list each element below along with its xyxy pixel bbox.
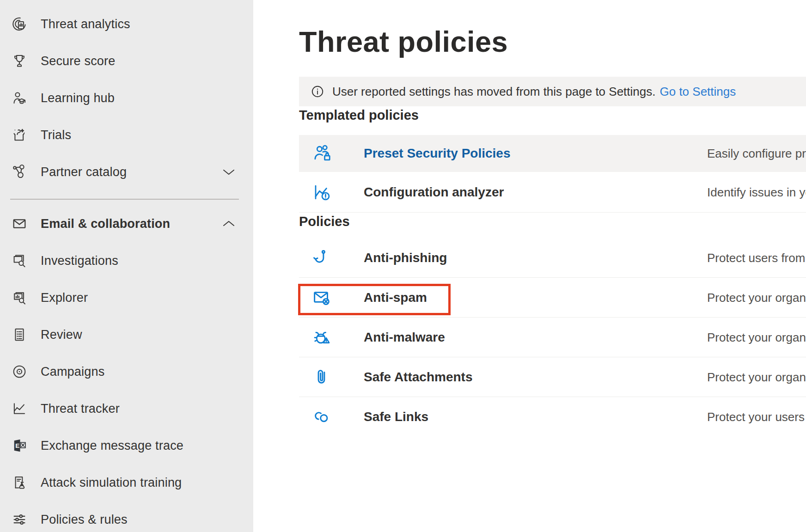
sidebar-item-label: Attack simulation training [41,476,182,490]
sidebar-item-label: Review [41,328,82,342]
sidebar-item-label: Investigations [41,254,118,268]
sidebar-item-learning-hub[interactable]: Learning hub [0,79,253,116]
templated-policies-list: Preset Security Policies Easily configur… [299,135,806,213]
chevron-up-icon [222,220,236,228]
safe-attachments-icon [311,367,332,388]
row-label: Safe Attachments [364,370,472,385]
row-description: Protect your organiz [707,290,806,305]
row-description: Easily configure prot [707,147,806,161]
anti-spam-icon [311,287,332,308]
sidebar-section-label: Email & collaboration [41,217,170,231]
configuration-analyzer-icon [311,182,332,203]
row-description: Protect users from p [707,251,806,265]
sidebar-item-label: Explorer [41,291,88,305]
trials-icon [10,126,29,144]
threat-analytics-icon [10,15,29,33]
sidebar-nav: Threat analytics Secure score [0,0,253,532]
sidebar-item-review[interactable]: Review [0,316,253,353]
row-anti-phishing[interactable]: Anti-phishing Protect users from p [299,238,806,278]
sidebar-item-campaigns[interactable]: Campaigns [0,353,253,390]
sidebar-item-exchange-message-trace[interactable]: E Exchange message trace [0,427,253,464]
learning-hub-icon [10,89,29,107]
policies-heading: Policies [299,213,806,230]
preset-security-policies-icon [311,143,332,164]
row-label: Anti-malware [364,330,445,345]
row-safe-links[interactable]: Safe Links Protect your users fr [299,397,806,437]
row-label: Preset Security Policies [364,146,511,161]
sidebar-item-label: Trials [41,128,71,142]
sidebar-item-label: Policies & rules [41,513,128,527]
policies-list: Anti-phishing Protect users from p Anti-… [299,238,806,437]
secure-score-icon [10,52,29,70]
sidebar-item-investigations[interactable]: Investigations [0,242,253,279]
campaigns-icon [10,362,29,381]
sidebar-section-email-collaboration[interactable]: Email & collaboration [0,205,253,242]
threat-tracker-icon [10,399,29,418]
row-label: Safe Links [364,410,428,424]
chevron-down-icon [222,168,236,176]
banner-text: User reported settings has moved from th… [332,85,655,99]
row-description: Protect your users fr [707,410,806,424]
templated-policies-heading: Templated policies [299,106,806,124]
row-safe-attachments[interactable]: Safe Attachments Protect your organiz [299,357,806,397]
row-label: Anti-phishing [364,251,447,265]
sidebar-item-label: Partner catalog [41,165,127,179]
sidebar-item-label: Threat analytics [41,17,130,31]
sidebar-item-threat-analytics[interactable]: Threat analytics [0,6,253,43]
partner-catalog-icon [10,163,29,181]
row-preset-security-policies[interactable]: Preset Security Policies Easily configur… [299,135,806,172]
row-anti-spam[interactable]: Anti-spam Protect your organiz [299,278,806,318]
sidebar-item-trials[interactable]: Trials [0,116,253,153]
row-label: Configuration analyzer [364,185,504,200]
svg-text:E: E [15,442,19,449]
sidebar-item-explorer[interactable]: Explorer [0,279,253,316]
investigations-icon [10,251,29,270]
sidebar-item-threat-tracker[interactable]: Threat tracker [0,390,253,427]
go-to-settings-link[interactable]: Go to Settings [659,85,736,99]
security-portal-app: Threat analytics Secure score [0,0,806,532]
sidebar-item-policies-rules[interactable]: Policies & rules [0,501,253,532]
row-label: Anti-spam [364,290,427,305]
row-description: Protect your organiz [707,370,806,384]
sidebar-item-label: Campaigns [41,365,104,379]
main-content: Threat policies User reported settings h… [253,0,806,532]
row-configuration-analyzer[interactable]: Configuration analyzer Identify issues i… [299,172,806,213]
sidebar-item-partner-catalog[interactable]: Partner catalog [0,153,253,190]
row-description: Protect your organiz [707,330,806,344]
email-icon [10,214,29,233]
sidebar-item-label: Secure score [41,54,115,68]
anti-malware-icon [311,327,332,348]
sidebar-item-label: Exchange message trace [41,439,183,453]
attack-simulation-icon [10,473,29,492]
sidebar-item-label: Learning hub [41,91,115,105]
policies-rules-icon [10,510,29,529]
row-description: Identify issues in you [707,185,806,199]
anti-phishing-icon [311,247,332,269]
sidebar-item-attack-simulation-training[interactable]: Attack simulation training [0,464,253,501]
safe-links-icon [311,406,332,428]
sidebar-divider [10,199,239,200]
exchange-icon: E [10,436,29,455]
review-icon [10,325,29,344]
info-icon [311,85,324,98]
page-title: Threat policies [299,22,806,61]
sidebar-item-secure-score[interactable]: Secure score [0,43,253,79]
explorer-icon [10,288,29,307]
sidebar-item-label: Threat tracker [41,402,120,416]
row-anti-malware[interactable]: Anti-malware Protect your organiz [299,318,806,357]
info-banner: User reported settings has moved from th… [299,77,806,106]
